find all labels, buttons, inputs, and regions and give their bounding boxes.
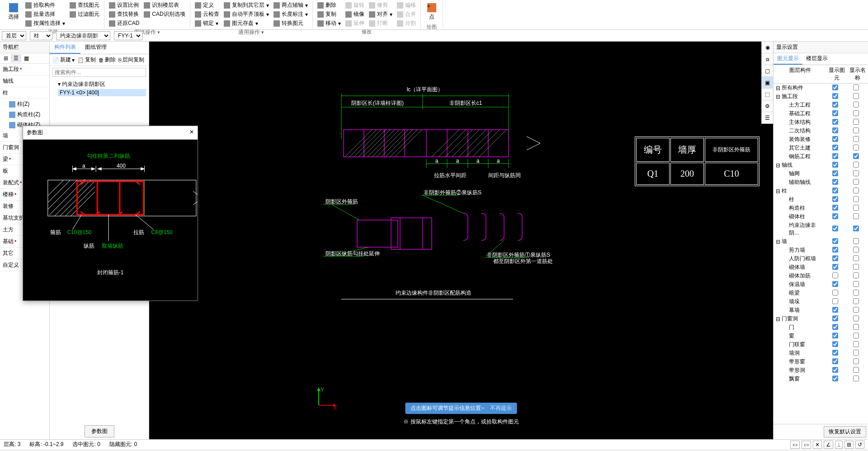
- sb-btn-3[interactable]: ✕: [813, 441, 822, 449]
- sb-btn-1[interactable]: ▭: [790, 441, 800, 449]
- tree-leaf-fyy1[interactable]: FYY-1 <0> [400]: [58, 89, 146, 96]
- sb-btn-2[interactable]: ▭: [802, 441, 811, 449]
- align-button[interactable]: 对齐 ▾: [367, 10, 394, 19]
- tool-3d-icon[interactable]: ◉: [762, 42, 773, 53]
- copy-other-layer-button[interactable]: 复制到其它层 ▾: [222, 1, 271, 9]
- show-elem-checkbox[interactable]: [832, 298, 838, 304]
- floor-select[interactable]: 首层: [2, 31, 26, 40]
- nav-view-tab-3[interactable]: ▦: [21, 54, 32, 62]
- layer-row[interactable]: 人防门框墙: [774, 254, 868, 263]
- show-elem-checkbox[interactable]: [832, 376, 838, 381]
- show-name-checkbox[interactable]: [853, 281, 859, 287]
- pick-component-button[interactable]: 拾取构件: [24, 1, 67, 9]
- layer-row[interactable]: 构造柱: [774, 204, 868, 212]
- param-diagram-button[interactable]: 参数图: [85, 425, 114, 437]
- show-name-checkbox[interactable]: [853, 127, 859, 133]
- nav-section[interactable]: 轴线: [0, 75, 49, 87]
- show-name-checkbox[interactable]: [853, 179, 859, 185]
- show-elem-checkbox[interactable]: [832, 110, 838, 116]
- show-elem-checkbox[interactable]: [832, 350, 838, 356]
- drawing-canvas[interactable]: lc（详平面图） 阴影区长(详墙柱详图) 非阴影区长c1 a: [149, 42, 773, 439]
- layer-row[interactable]: 带形窗: [774, 357, 868, 366]
- param-close-icon[interactable]: ✕: [189, 129, 194, 136]
- copy-button[interactable]: 复制: [316, 10, 343, 19]
- layer-row[interactable]: 轴网: [774, 169, 868, 178]
- show-name-checkbox[interactable]: [853, 153, 859, 159]
- layer-row[interactable]: 主体结构: [774, 118, 868, 127]
- nav-item[interactable]: 构造柱(Z): [0, 109, 49, 120]
- layer-row[interactable]: 钢筋工程: [774, 152, 868, 161]
- comp-new-button[interactable]: 📄新建 ▾: [52, 56, 75, 64]
- show-elem-checkbox[interactable]: [832, 367, 838, 373]
- show-name-checkbox[interactable]: [853, 358, 859, 364]
- show-name-checkbox[interactable]: [853, 93, 859, 99]
- show-elem-checkbox[interactable]: [832, 238, 838, 244]
- tool-box-icon[interactable]: ▢: [762, 65, 773, 77]
- tool-select-icon[interactable]: ⬚: [762, 89, 773, 100]
- nav-item[interactable]: 柱(Z): [0, 99, 49, 109]
- layer-row[interactable]: 土方工程: [774, 101, 868, 109]
- show-elem-checkbox[interactable]: [832, 226, 838, 231]
- show-elem-checkbox[interactable]: [832, 315, 838, 321]
- lock-button[interactable]: 锁定 ▾: [193, 19, 221, 28]
- show-elem-checkbox[interactable]: [832, 127, 838, 133]
- layer-row[interactable]: ⊟墙: [774, 237, 868, 246]
- identify-layer-button[interactable]: 识别楼层表: [142, 1, 187, 9]
- layer-row[interactable]: 暗梁: [774, 289, 868, 297]
- show-elem-checkbox[interactable]: [832, 213, 838, 219]
- show-name-checkbox[interactable]: [853, 170, 859, 176]
- show-name-checkbox[interactable]: [853, 85, 859, 90]
- nav-view-tab-2[interactable]: ☰: [11, 54, 21, 62]
- rotate-button[interactable]: 旋转: [344, 1, 366, 9]
- show-name-checkbox[interactable]: [853, 162, 859, 168]
- show-name-checkbox[interactable]: [853, 238, 859, 244]
- tool-list-icon[interactable]: ☰: [762, 112, 773, 124]
- point-draw-button[interactable]: +点: [424, 1, 440, 23]
- show-elem-checkbox[interactable]: [832, 145, 838, 150]
- show-elem-checkbox[interactable]: [832, 188, 838, 193]
- offset-button[interactable]: 偏移: [395, 1, 418, 9]
- show-name-checkbox[interactable]: [853, 315, 859, 321]
- cloud-check-button[interactable]: 云检查: [193, 10, 221, 19]
- show-name-checkbox[interactable]: [853, 119, 859, 125]
- two-point-aux-button[interactable]: 两点辅轴 ▾: [272, 1, 310, 9]
- comp-delete-button[interactable]: 🗑删除: [99, 56, 116, 64]
- comp-layer-copy-button[interactable]: ⎘层间复制: [118, 56, 144, 64]
- show-name-checkbox[interactable]: [853, 247, 859, 253]
- tree-root[interactable]: ▾ 约束边缘非阴影区: [52, 80, 146, 89]
- show-elem-checkbox[interactable]: [832, 333, 838, 338]
- show-elem-checkbox[interactable]: [832, 85, 838, 90]
- layer-row[interactable]: 约束边缘非阴...: [774, 221, 868, 237]
- nav-section[interactable]: 施工段: [0, 64, 49, 75]
- sb-btn-4[interactable]: ∠: [824, 441, 833, 449]
- define-button[interactable]: 定义: [193, 1, 221, 9]
- layer-row[interactable]: 剪力墙: [774, 246, 868, 254]
- show-name-checkbox[interactable]: [853, 136, 859, 142]
- show-name-checkbox[interactable]: [853, 341, 859, 347]
- show-elem-checkbox[interactable]: [832, 290, 838, 296]
- delete-button[interactable]: 删除: [316, 1, 343, 9]
- set-scale-button[interactable]: 设置比例: [107, 1, 141, 9]
- show-name-checkbox[interactable]: [853, 226, 859, 231]
- layer-row[interactable]: ⊟所有构件: [774, 84, 868, 92]
- extend-button[interactable]: 延伸: [344, 19, 366, 28]
- layer-row[interactable]: 幕墙: [774, 306, 868, 315]
- layer-row[interactable]: 砌体加筋: [774, 272, 868, 280]
- batch-select-button[interactable]: 批量选择: [24, 10, 67, 19]
- show-elem-checkbox[interactable]: [832, 255, 838, 261]
- tool-gear-icon[interactable]: ⚙: [762, 100, 773, 112]
- layer-row[interactable]: 带形洞: [774, 366, 868, 375]
- show-name-checkbox[interactable]: [853, 196, 859, 202]
- show-name-checkbox[interactable]: [853, 376, 859, 381]
- layer-row[interactable]: 柱: [774, 195, 868, 204]
- tab-drawing-manage[interactable]: 图纸管理: [80, 42, 111, 54]
- layer-row[interactable]: 墙洞: [774, 349, 868, 357]
- component-search-input[interactable]: [52, 68, 146, 77]
- show-name-checkbox[interactable]: [853, 350, 859, 356]
- show-elem-checkbox[interactable]: [832, 153, 838, 159]
- cad-option-button[interactable]: CAD识别选项: [142, 10, 187, 19]
- show-elem-checkbox[interactable]: [832, 281, 838, 287]
- layer-row[interactable]: 辅助轴线: [774, 178, 868, 187]
- layer-row[interactable]: 二次结构: [774, 127, 868, 135]
- show-elem-checkbox[interactable]: [832, 205, 838, 211]
